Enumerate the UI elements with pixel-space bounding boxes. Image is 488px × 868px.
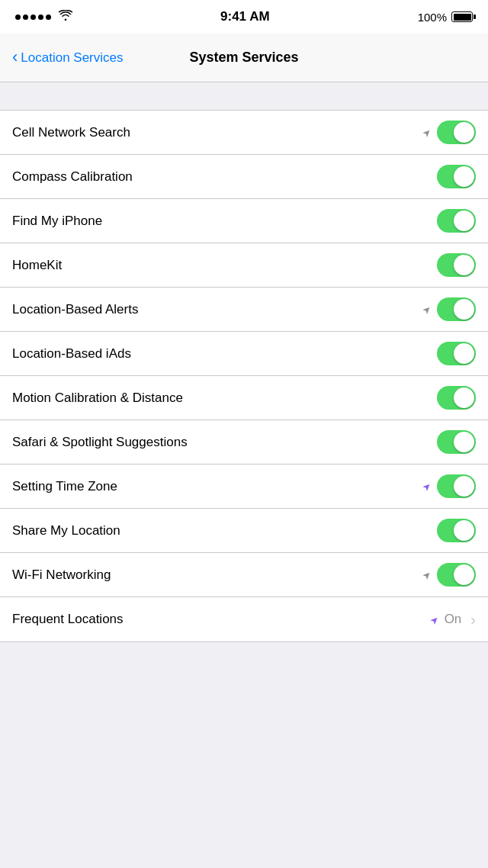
signal-strength (15, 14, 51, 20)
row-left-share-my-location: Share My Location (12, 523, 120, 538)
toggle-knob-homekit (454, 255, 474, 275)
row-label-frequent-locations: Frequent Locations (12, 612, 124, 627)
row-left-location-based-alerts: Location-Based Alerts (12, 302, 138, 317)
settings-row-location-based-alerts[interactable]: Location-Based Alerts➤ (0, 288, 488, 332)
toggle-knob-setting-time-zone (454, 476, 474, 497)
toggle-location-based-iads[interactable] (437, 342, 476, 365)
location-arrow-icon: ➤ (427, 612, 441, 626)
row-label-location-based-alerts: Location-Based Alerts (12, 302, 138, 317)
toggle-find-my-iphone[interactable] (437, 209, 476, 233)
row-label-compass-calibration: Compass Calibration (12, 169, 133, 185)
row-right-homekit (437, 253, 476, 277)
toggle-motion-calibration[interactable] (437, 386, 476, 410)
back-label: Location Services (21, 50, 123, 66)
signal-dot-2 (23, 14, 28, 20)
status-left (15, 10, 72, 24)
toggle-safari-spotlight[interactable] (437, 430, 476, 454)
row-label-safari-spotlight: Safari & Spotlight Suggestions (12, 435, 188, 450)
settings-list: Cell Network Search➤Compass CalibrationF… (0, 110, 488, 642)
signal-dot-1 (15, 14, 21, 20)
location-arrow-icon: ➤ (419, 567, 433, 581)
toggle-knob-share-my-location (454, 520, 474, 541)
status-time: 9:41 AM (220, 9, 270, 24)
wifi-icon (59, 10, 72, 24)
row-label-setting-time-zone: Setting Time Zone (12, 479, 117, 494)
row-left-frequent-locations: Frequent Locations (12, 612, 124, 627)
row-right-share-my-location (437, 519, 476, 542)
location-arrow-icon: ➤ (419, 479, 433, 493)
toggle-knob-location-based-iads (454, 343, 474, 364)
row-right-frequent-locations: ➤On› (430, 611, 476, 628)
row-label-motion-calibration: Motion Calibration & Distance (12, 391, 183, 406)
toggle-wifi-networking[interactable] (437, 563, 476, 587)
battery-percentage: 100% (418, 11, 447, 24)
row-label-cell-network-search: Cell Network Search (12, 125, 130, 140)
back-button[interactable]: ‹ Location Services (12, 50, 124, 66)
row-right-find-my-iphone (437, 209, 476, 233)
status-right: 100% (418, 11, 473, 24)
toggle-homekit[interactable] (437, 253, 476, 277)
row-left-find-my-iphone: Find My iPhone (12, 214, 102, 229)
battery-icon (451, 11, 473, 22)
toggle-knob-wifi-networking (454, 564, 474, 585)
row-left-setting-time-zone: Setting Time Zone (12, 479, 117, 494)
toggle-location-based-alerts[interactable] (437, 297, 476, 321)
settings-row-location-based-iads[interactable]: Location-Based iAds (0, 332, 488, 376)
settings-row-motion-calibration[interactable]: Motion Calibration & Distance (0, 376, 488, 420)
row-right-safari-spotlight (437, 430, 476, 454)
row-left-compass-calibration: Compass Calibration (12, 169, 133, 185)
settings-row-share-my-location[interactable]: Share My Location (0, 509, 488, 553)
row-chevron-icon: › (470, 611, 476, 628)
settings-row-safari-spotlight[interactable]: Safari & Spotlight Suggestions (0, 420, 488, 465)
row-label-homekit: HomeKit (12, 258, 62, 273)
settings-row-setting-time-zone[interactable]: Setting Time Zone➤ (0, 465, 488, 509)
toggle-knob-safari-spotlight (454, 432, 474, 452)
toggle-compass-calibration[interactable] (437, 165, 476, 188)
location-arrow-icon: ➤ (419, 125, 433, 139)
toggle-knob-compass-calibration (454, 166, 474, 187)
row-right-location-based-alerts: ➤ (422, 297, 476, 321)
toggle-share-my-location[interactable] (437, 519, 476, 542)
row-right-setting-time-zone: ➤ (422, 474, 476, 498)
row-right-compass-calibration (437, 165, 476, 188)
section-gap (0, 82, 488, 110)
settings-row-wifi-networking[interactable]: Wi-Fi Networking➤ (0, 553, 488, 597)
location-arrow-icon: ➤ (419, 302, 433, 316)
page-title: System Services (189, 50, 298, 66)
row-label-location-based-iads: Location-Based iAds (12, 346, 131, 362)
row-label-find-my-iphone: Find My iPhone (12, 214, 102, 229)
row-right-wifi-networking: ➤ (422, 563, 476, 587)
toggle-cell-network-search[interactable] (437, 121, 476, 144)
signal-dot-3 (30, 14, 36, 20)
signal-dot-4 (38, 14, 43, 20)
settings-row-cell-network-search[interactable]: Cell Network Search➤ (0, 111, 488, 155)
row-right-motion-calibration (437, 386, 476, 410)
back-chevron-icon: ‹ (12, 49, 18, 66)
settings-row-frequent-locations[interactable]: Frequent Locations➤On› (0, 597, 488, 641)
settings-row-find-my-iphone[interactable]: Find My iPhone (0, 199, 488, 243)
row-right-location-based-iads (437, 342, 476, 365)
signal-dot-5 (46, 14, 51, 20)
settings-row-compass-calibration[interactable]: Compass Calibration (0, 155, 488, 199)
row-left-cell-network-search: Cell Network Search (12, 125, 130, 140)
row-label-wifi-networking: Wi-Fi Networking (12, 567, 111, 583)
row-left-motion-calibration: Motion Calibration & Distance (12, 391, 183, 406)
row-left-homekit: HomeKit (12, 258, 62, 273)
row-value-frequent-locations: On (445, 612, 462, 627)
navigation-bar: ‹ Location Services System Services (0, 34, 488, 82)
settings-row-homekit[interactable]: HomeKit (0, 243, 488, 288)
row-right-cell-network-search: ➤ (422, 121, 476, 144)
toggle-knob-motion-calibration (454, 387, 474, 408)
toggle-knob-cell-network-search (454, 122, 474, 143)
battery-fill (454, 14, 471, 21)
toggle-knob-location-based-alerts (454, 299, 474, 320)
toggle-setting-time-zone[interactable] (437, 474, 476, 498)
status-bar: 9:41 AM 100% (0, 0, 488, 34)
row-left-location-based-iads: Location-Based iAds (12, 346, 131, 362)
row-label-share-my-location: Share My Location (12, 523, 120, 538)
toggle-knob-find-my-iphone (454, 211, 474, 231)
row-left-wifi-networking: Wi-Fi Networking (12, 567, 111, 583)
row-left-safari-spotlight: Safari & Spotlight Suggestions (12, 435, 188, 450)
